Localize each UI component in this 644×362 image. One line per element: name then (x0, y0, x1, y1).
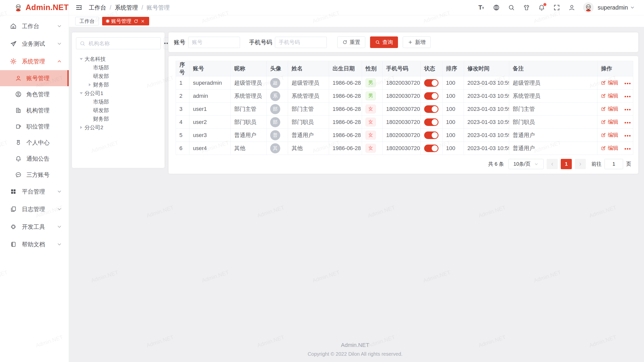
status-toggle[interactable] (424, 118, 438, 126)
add-button[interactable]: 新增 (403, 36, 431, 48)
tab-account-management[interactable]: 账号管理 (102, 17, 149, 25)
status-toggle[interactable] (424, 79, 438, 87)
more-actions-button[interactable]: ••• (624, 146, 631, 152)
theme-icon[interactable] (523, 4, 530, 11)
sidebar-item-label: 职位管理 (26, 123, 50, 130)
breadcrumb-item[interactable]: 系统管理 (115, 4, 138, 12)
avatar: 部 (270, 104, 280, 114)
edit-button[interactable]: 编辑 (601, 92, 618, 99)
user-icon[interactable] (568, 4, 576, 11)
app-root: Admin.NET 工作台 业务测试 (0, 0, 644, 362)
caret-right-icon[interactable] (78, 126, 85, 129)
language-icon[interactable] (493, 4, 500, 11)
tree-node[interactable]: 研发部 (76, 72, 160, 80)
table-row: 4 user2 部门职员 部 部门职员 1986-06-28 女 1802003… (176, 116, 633, 129)
font-size-icon[interactable]: Tт (477, 4, 485, 11)
more-actions-button[interactable]: ••• (624, 107, 631, 112)
caret-down-icon[interactable] (78, 58, 85, 60)
sidebar-item-log-management[interactable]: 日志管理 (0, 200, 69, 218)
tab-workbench[interactable]: 工作台 (75, 17, 99, 25)
sidebar-item-help-docs[interactable]: 帮助文档 (0, 236, 69, 253)
plus-icon (408, 40, 413, 45)
building-icon (15, 107, 22, 114)
tree-node[interactable]: 市场部 (76, 98, 160, 106)
tree-node[interactable]: 分公司1 (76, 89, 160, 98)
cell-phone: 18020030720 (383, 103, 421, 116)
sidebar-item-personal-center[interactable]: 个人中心 (0, 134, 69, 151)
sidebar-item-label: 系统管理 (22, 58, 45, 65)
sidebar-item-notice[interactable]: 通知公告 (0, 151, 69, 167)
footer-copyright: Copyright © 2022 Dilon All rights reserv… (72, 351, 638, 357)
search-button[interactable]: 查询 (370, 36, 398, 48)
edit-button[interactable]: 编辑 (601, 145, 618, 152)
tree-node[interactable]: 财务部 (76, 80, 160, 89)
more-actions-button[interactable]: ••• (624, 81, 631, 86)
next-page-button[interactable] (575, 159, 586, 169)
tree-node[interactable]: 市场部 (76, 63, 160, 72)
cell-sort: 100 (442, 103, 464, 116)
sidebar-item-workbench[interactable]: 工作台 (0, 17, 69, 35)
grid-icon (10, 188, 17, 195)
goto-page-input[interactable] (605, 159, 623, 169)
cell-phone: 18020030720 (383, 89, 421, 103)
sidebar-item-role-management[interactable]: 角色管理 (0, 86, 69, 102)
chevron-right-icon (578, 162, 583, 166)
cell-index: 3 (176, 103, 189, 116)
edit-button[interactable]: 编辑 (601, 79, 618, 86)
sidebar-item-account-management[interactable]: 账号管理 (0, 70, 69, 86)
search-icon[interactable] (508, 4, 515, 11)
col-index: 序号 (176, 61, 189, 76)
bell-icon[interactable] (538, 4, 545, 11)
cell-sort: 100 (442, 116, 464, 129)
more-actions-button[interactable]: ••• (624, 133, 631, 139)
tree-node-label: 市场部 (93, 64, 109, 71)
account-input[interactable] (188, 37, 240, 48)
sidebar-item-system-management[interactable]: 系统管理 (0, 53, 69, 70)
status-toggle[interactable] (424, 131, 438, 139)
cell-modified-time: 2023-01-03 10:59:44 (464, 76, 509, 89)
sidebar-item-third-party-account[interactable]: 三方账号 (0, 167, 69, 183)
avatar[interactable] (583, 2, 594, 13)
tree-node[interactable]: 研发部 (76, 106, 160, 115)
edit-button[interactable]: 编辑 (601, 105, 618, 112)
sidebar-item-platform-management[interactable]: 平台管理 (0, 183, 69, 200)
cell-sort: 100 (442, 142, 464, 155)
sidebar-item-position-management[interactable]: 职位管理 (0, 118, 69, 134)
org-search-input[interactable] (88, 40, 157, 47)
col-birthdate: 出生日期 (329, 61, 362, 76)
caret-down-icon[interactable] (78, 92, 85, 94)
fullscreen-icon[interactable] (553, 4, 560, 11)
close-icon[interactable] (141, 19, 145, 23)
cell-remark: 系统管理员 (509, 89, 597, 103)
status-toggle[interactable] (424, 105, 438, 113)
more-actions-button[interactable]: ••• (624, 120, 631, 125)
documents-icon (10, 205, 17, 213)
refresh-icon[interactable] (134, 19, 138, 24)
cell-remark: 部门职员 (509, 116, 597, 129)
phone-input[interactable] (275, 37, 327, 48)
page-size-select[interactable]: 10条/页 (508, 159, 544, 169)
edit-button[interactable]: 编辑 (601, 118, 618, 125)
prev-page-button[interactable] (547, 159, 558, 169)
caret-right-icon[interactable] (87, 83, 93, 86)
user-menu[interactable]: superadmin (598, 4, 635, 11)
reset-button[interactable]: 重置 (337, 36, 365, 48)
sidebar-item-dev-tools[interactable]: 开发工具 (0, 218, 69, 236)
breadcrumb-item[interactable]: 工作台 (89, 4, 106, 12)
more-actions-button[interactable]: ••• (624, 94, 631, 99)
tree-node[interactable]: 大名科技 (76, 55, 160, 63)
sidebar-item-label: 机构管理 (26, 107, 50, 114)
menu-fold-icon[interactable] (75, 4, 83, 11)
tree-node[interactable]: 财务部 (76, 115, 160, 123)
sidebar-item-business-test[interactable]: 业务测试 (0, 35, 69, 53)
sidebar-item-org-management[interactable]: 机构管理 (0, 102, 69, 118)
chevron-down-icon (57, 206, 62, 212)
status-toggle[interactable] (424, 145, 438, 152)
breadcrumb-separator: / (110, 4, 111, 11)
tree-node[interactable]: 分公司2 (76, 123, 160, 132)
edit-button[interactable]: 编辑 (601, 131, 618, 139)
status-toggle[interactable] (424, 92, 438, 100)
page-number-button[interactable]: 1 (561, 159, 572, 169)
avatar: 普 (270, 130, 280, 140)
cell-remark: 超级管理员 (509, 76, 597, 89)
